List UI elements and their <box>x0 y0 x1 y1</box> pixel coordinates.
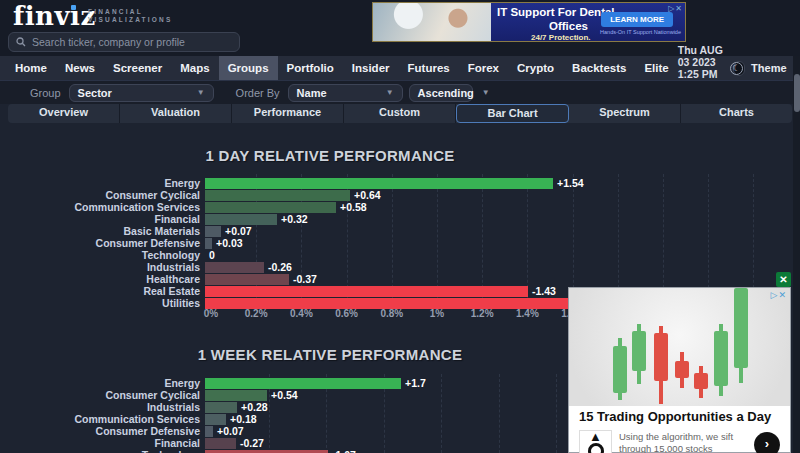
bar[interactable] <box>205 402 237 413</box>
logo-blue-dot <box>71 5 76 10</box>
banner-ad-photo <box>373 3 491 41</box>
nav-item-groups[interactable]: Groups <box>219 56 278 80</box>
tab-valuation[interactable]: Valuation <box>120 104 232 123</box>
value-label: +0.18 <box>230 413 257 425</box>
value-label: +0.07 <box>217 425 244 437</box>
bar[interactable] <box>205 286 528 297</box>
bar[interactable] <box>205 238 212 249</box>
value-label: +0.58 <box>340 201 367 213</box>
category-label: Industrials <box>0 261 205 273</box>
category-label: Consumer Defensive <box>0 237 205 249</box>
tab-bar-chart[interactable]: Bar Chart <box>456 104 569 123</box>
nav-right: Thu AUG 03 2023 1:25 PM ET ☾ Theme ? Hel… <box>678 56 800 80</box>
value-label: +0.32 <box>281 213 308 225</box>
nav-item-crypto[interactable]: Crypto <box>508 56 563 80</box>
scrollbar-thumb[interactable] <box>794 74 800 112</box>
banner-ad-text: ▷✕ IT Support For Dental Offices 24/7 Pr… <box>491 3 685 41</box>
group-select[interactable]: Sector▼ <box>69 84 214 102</box>
bar[interactable] <box>205 214 277 225</box>
bar-row-healthcare: Healthcare-0.37 <box>0 273 792 285</box>
candle-body <box>675 361 689 378</box>
value-label: +1.54 <box>557 177 584 189</box>
ad-close-button[interactable]: ✕ <box>776 272 791 287</box>
ad-next-arrow-button[interactable]: › <box>754 432 780 453</box>
theme-toggle[interactable]: ☾ <box>733 61 745 76</box>
bar-row-consumer-cyclical: Consumer Cyclical+0.64 <box>0 189 792 201</box>
candle-body <box>734 288 748 368</box>
nav-item-elite[interactable]: Elite <box>635 56 677 80</box>
nav-item-maps[interactable]: Maps <box>171 56 218 80</box>
bar-row-consumer-defensive: Consumer Defensive+0.03 <box>0 237 792 249</box>
group-label: Group <box>30 87 61 99</box>
value-label: -0.27 <box>240 437 264 449</box>
category-label: Utilities <box>0 297 205 309</box>
category-label: Consumer Cyclical <box>0 189 205 201</box>
learn-more-button[interactable]: LEARN MORE <box>601 12 673 27</box>
banner-subline: 24/7 Protection. <box>531 33 591 42</box>
nav-item-portfolio[interactable]: Portfolio <box>278 56 343 80</box>
chevron-down-icon: ▼ <box>482 88 490 97</box>
bar[interactable] <box>205 414 226 425</box>
category-label: Communication Services <box>0 413 205 425</box>
top-banner-ad[interactable]: ▷✕ IT Support For Dental Offices 24/7 Pr… <box>372 2 686 42</box>
search-box[interactable] <box>8 32 240 52</box>
bar[interactable] <box>205 450 328 453</box>
bar[interactable] <box>205 390 267 401</box>
category-label: Consumer Defensive <box>0 425 205 437</box>
nav-item-insider[interactable]: Insider <box>343 56 399 80</box>
banner-headline-2: Offices <box>549 20 588 32</box>
filter-bar: Group Sector▼ Order By Name▼ Ascending▼ <box>0 80 800 104</box>
bar-row-financial: Financial+0.32 <box>0 213 792 225</box>
bar[interactable] <box>205 426 213 437</box>
tab-performance[interactable]: Performance <box>232 104 344 123</box>
tab-charts[interactable]: Charts <box>681 104 792 123</box>
main-nav-items: HomeNewsScreenerMapsGroupsPortfolioInsid… <box>6 56 678 80</box>
bar[interactable] <box>205 226 221 237</box>
theme-label[interactable]: Theme <box>751 62 786 74</box>
value-label: +0.54 <box>271 389 298 401</box>
x-axis-tick: 0.8% <box>370 308 414 319</box>
category-label: Basic Materials <box>0 225 205 237</box>
search-input[interactable] <box>32 36 232 48</box>
bar[interactable] <box>205 262 264 273</box>
value-label: +0.07 <box>225 225 252 237</box>
category-label: Communication Services <box>0 201 205 213</box>
adchoices-icon[interactable]: ▷✕ <box>771 290 787 300</box>
value-label: -1.43 <box>532 285 556 297</box>
bar-row-industrials: Industrials-0.26 <box>0 261 792 273</box>
nav-item-news[interactable]: News <box>56 56 104 80</box>
tab-overview[interactable]: Overview <box>8 104 120 123</box>
bar[interactable] <box>205 298 612 309</box>
chart-2-title: 1 WEEK RELATIVE PERFORMANCE <box>0 346 660 363</box>
bar[interactable] <box>205 378 401 389</box>
value-label: +1.7 <box>405 377 426 389</box>
bar[interactable] <box>205 274 289 285</box>
order-by-select[interactable]: Name▼ <box>288 84 403 102</box>
category-label: Industrials <box>0 401 205 413</box>
scrollbar-track[interactable] <box>793 56 800 453</box>
overlay-ad[interactable]: ▷✕ 15 Trading Opportunities a Day ▲ Usin… <box>568 287 791 453</box>
finviz-logo[interactable]: finvız <box>13 1 96 31</box>
bar[interactable] <box>205 438 236 449</box>
nav-item-home[interactable]: Home <box>6 56 56 80</box>
bar[interactable] <box>205 202 336 213</box>
nav-item-forex[interactable]: Forex <box>459 56 508 80</box>
logo-tagline: FINANCIAL VISUALIZATIONS <box>88 8 173 24</box>
direction-select[interactable]: Ascending▼ <box>409 84 473 102</box>
category-label: Technology <box>0 249 205 261</box>
bar[interactable] <box>205 190 350 201</box>
bar[interactable] <box>205 178 553 189</box>
nav-item-backtests[interactable]: Backtests <box>563 56 635 80</box>
value-label: -1.07 <box>332 449 356 453</box>
nav-item-screener[interactable]: Screener <box>104 56 171 80</box>
value-label: +0.64 <box>354 189 381 201</box>
chart-1-title: 1 DAY RELATIVE PERFORMANCE <box>0 147 660 164</box>
tab-custom[interactable]: Custom <box>344 104 456 123</box>
advertiser-logo: ▲ <box>579 430 612 453</box>
value-label: +0.03 <box>216 237 243 249</box>
x-axis-tick: 1.2% <box>460 308 504 319</box>
nav-item-futures[interactable]: Futures <box>399 56 459 80</box>
tab-spectrum[interactable]: Spectrum <box>569 104 681 123</box>
banner-note: Hands-On IT Support Nationwide <box>600 29 681 35</box>
main-nav: HomeNewsScreenerMapsGroupsPortfolioInsid… <box>0 56 800 80</box>
